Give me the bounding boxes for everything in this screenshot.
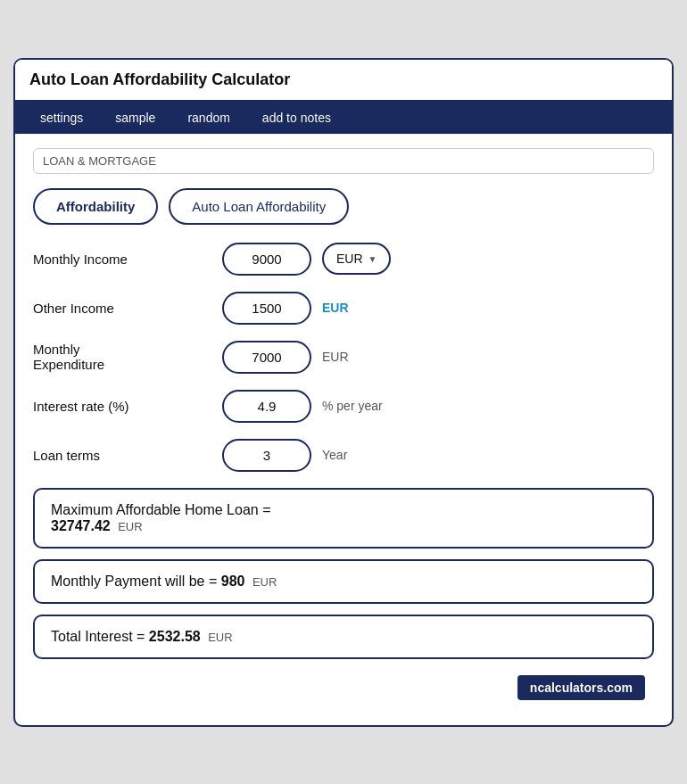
result-max-loan-unit: EUR xyxy=(118,520,142,533)
nav-add-to-notes[interactable]: add to notes xyxy=(246,102,347,134)
field-row-monthly-income: Monthly Income EUR ▼ xyxy=(33,243,654,276)
calculator-container: Auto Loan Affordability Calculator setti… xyxy=(13,58,674,727)
result-max-loan-value: 32747.42 xyxy=(51,518,111,533)
unit-other-income: EUR xyxy=(322,301,349,315)
field-row-loan-terms: Loan terms Year xyxy=(33,439,654,472)
label-interest-rate: Interest rate (%) xyxy=(33,399,211,414)
result-total-interest-prefix: Total Interest = xyxy=(51,629,145,644)
result-total-interest: Total Interest = 2532.58 EUR xyxy=(33,615,654,659)
input-loan-terms[interactable] xyxy=(222,439,311,472)
label-monthly-income: Monthly Income xyxy=(33,252,211,267)
tab-auto-loan[interactable]: Auto Loan Affordability xyxy=(169,188,349,225)
nav-sample[interactable]: sample xyxy=(99,102,171,134)
label-monthly-expenditure: MonthlyExpenditure xyxy=(33,342,211,372)
result-total-interest-value: 2532.58 xyxy=(149,629,201,644)
result-monthly-payment-unit: EUR xyxy=(252,575,277,589)
result-monthly-payment: Monthly Payment will be = 980 EUR xyxy=(33,559,654,604)
tab-row: Affordability Auto Loan Affordability xyxy=(33,188,654,225)
input-interest-rate[interactable] xyxy=(222,390,311,423)
currency-dropdown-monthly-income[interactable]: EUR ▼ xyxy=(322,243,391,275)
fields-container: Monthly Income EUR ▼ Other Income EUR Mo… xyxy=(33,243,654,472)
nav-settings[interactable]: settings xyxy=(24,102,99,134)
unit-interest-rate: % per year xyxy=(322,399,383,413)
result-total-interest-unit: EUR xyxy=(208,631,232,644)
nav-random[interactable]: random xyxy=(171,102,245,134)
result-max-loan: Maximum Affordable Home Loan = 32747.42 … xyxy=(33,488,654,549)
field-row-monthly-expenditure: MonthlyExpenditure EUR xyxy=(33,341,654,374)
field-row-interest-rate: Interest rate (%) % per year xyxy=(33,390,654,423)
input-monthly-expenditure[interactable] xyxy=(222,341,311,374)
result-max-loan-prefix: Maximum Affordable Home Loan = xyxy=(51,502,271,517)
result-monthly-payment-prefix: Monthly Payment will be = xyxy=(51,574,217,589)
section-label: LOAN & MORTGAGE xyxy=(33,148,654,174)
result-monthly-payment-value: 980 xyxy=(221,574,245,589)
input-other-income[interactable] xyxy=(222,292,311,325)
nav-bar: settings sample random add to notes xyxy=(15,102,672,134)
brand-badge: ncalculators.com xyxy=(517,675,645,700)
unit-loan-terms: Year xyxy=(322,448,347,462)
title-bar: Auto Loan Affordability Calculator xyxy=(15,60,672,102)
input-monthly-income[interactable] xyxy=(222,243,311,276)
unit-monthly-expenditure: EUR xyxy=(322,350,349,364)
tab-affordability[interactable]: Affordability xyxy=(33,188,158,225)
label-loan-terms: Loan terms xyxy=(33,448,211,463)
main-content: LOAN & MORTGAGE Affordability Auto Loan … xyxy=(15,134,672,725)
field-row-other-income: Other Income EUR xyxy=(33,292,654,325)
footer: ncalculators.com xyxy=(33,670,654,707)
calculator-title: Auto Loan Affordability Calculator xyxy=(29,70,290,88)
dropdown-arrow-icon: ▼ xyxy=(368,254,377,264)
label-other-income: Other Income xyxy=(33,301,211,316)
